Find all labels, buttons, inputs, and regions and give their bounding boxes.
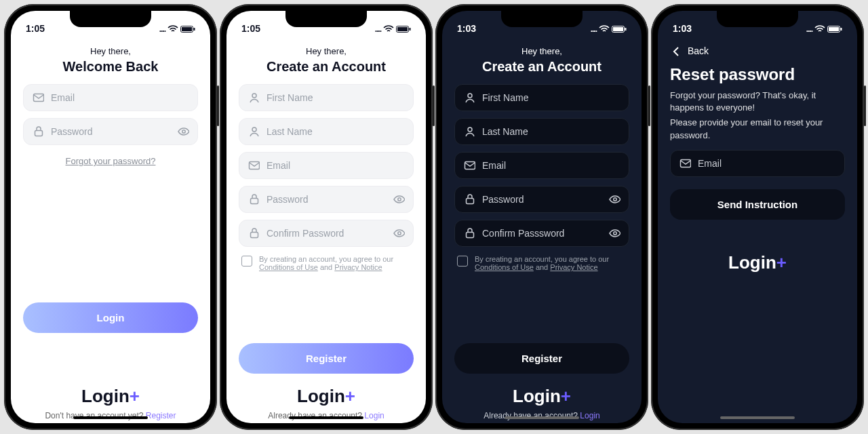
privacy-link[interactable]: Privacy Notice — [334, 263, 382, 271]
confirm-password-field[interactable]: Confirm Passsword — [454, 220, 629, 247]
terms-checkbox[interactable] — [457, 256, 468, 267]
logo: Login+ — [239, 386, 414, 407]
phone-register-dark: 1:03 .... Hey there, Create an Account F… — [435, 4, 648, 430]
eye-icon[interactable] — [177, 125, 189, 138]
email-placeholder: Email — [482, 160, 620, 171]
home-indicator — [505, 416, 579, 419]
privacy-link[interactable]: Privacy Notice — [550, 263, 597, 271]
register-button[interactable]: Register — [239, 343, 414, 374]
back-label: Back — [688, 45, 709, 56]
password-field[interactable]: Password — [239, 186, 414, 213]
email-field[interactable]: Email — [23, 84, 198, 111]
mail-icon — [248, 159, 260, 172]
user-icon — [463, 125, 475, 138]
email-placeholder: Email — [267, 160, 405, 171]
svg-rect-11 — [613, 27, 623, 31]
svg-rect-9 — [410, 28, 411, 31]
password-field[interactable]: Password — [23, 118, 198, 145]
conditions-link[interactable]: Conditions of Use — [259, 263, 318, 271]
status-icons: .... — [159, 24, 195, 34]
wifi-icon — [599, 25, 610, 33]
email-field[interactable]: Email — [239, 152, 414, 179]
notch — [285, 11, 367, 27]
register-link[interactable]: Register — [146, 411, 176, 420]
svg-rect-14 — [829, 27, 839, 31]
status-icons: .... — [591, 24, 627, 34]
greeting: Hey there, — [23, 46, 198, 56]
last-name-field[interactable]: Last Name — [239, 118, 414, 145]
lock-icon — [248, 193, 260, 205]
home-indicator — [289, 416, 363, 419]
forgot-password-link[interactable]: Forgot your password? — [23, 156, 198, 166]
svg-rect-15 — [841, 28, 842, 31]
confirm-password-placeholder: Confirm Password — [267, 228, 386, 239]
first-name-placeholder: First Name — [267, 92, 405, 103]
email-field[interactable]: Email — [454, 152, 629, 179]
lock-icon — [463, 227, 475, 239]
terms-row: By creating an account, you agree to our… — [241, 255, 411, 271]
email-placeholder: Email — [51, 92, 189, 103]
back-arrow-icon — [670, 45, 682, 57]
page-title: Reset password — [670, 65, 845, 84]
logo: Login+ — [454, 386, 629, 407]
user-icon — [248, 125, 260, 138]
last-name-field[interactable]: Last Name — [454, 118, 629, 145]
notch — [501, 11, 583, 27]
terms-checkbox[interactable] — [241, 256, 252, 267]
battery-icon — [180, 25, 195, 33]
eye-icon[interactable] — [393, 227, 405, 239]
login-link[interactable]: Login — [364, 411, 384, 420]
conditions-link[interactable]: Conditions of Use — [475, 263, 534, 271]
phone-register-light: 1:05 .... Hey there, Create an Account F… — [220, 4, 433, 430]
home-indicator — [73, 416, 148, 419]
svg-rect-6 — [194, 28, 195, 31]
lock-icon — [248, 227, 260, 239]
battery-icon — [612, 25, 627, 33]
phone-login-light: 1:05 .... Hey there, Welcome Back Email … — [4, 4, 217, 430]
home-indicator — [720, 416, 795, 419]
mail-icon — [32, 92, 44, 104]
terms-text: By creating an account, you agree to our… — [475, 255, 627, 271]
send-instruction-button[interactable]: Send Instruction — [670, 189, 845, 220]
login-link[interactable]: Login — [580, 411, 599, 420]
email-placeholder: Email — [698, 158, 836, 169]
instruction-1: Forgot your password? That's okay, it ha… — [670, 90, 845, 114]
eye-icon[interactable] — [393, 193, 405, 205]
confirm-password-placeholder: Confirm Passsword — [482, 228, 601, 239]
password-placeholder: Password — [267, 194, 386, 205]
status-time: 1:03 — [457, 23, 476, 34]
wifi-icon — [167, 25, 178, 33]
first-name-field[interactable]: First Name — [239, 84, 414, 111]
back-button[interactable]: Back — [670, 45, 845, 57]
svg-rect-8 — [397, 27, 408, 31]
instruction-2: Please provide your email to reset your … — [670, 117, 845, 141]
svg-rect-5 — [182, 27, 192, 31]
email-field[interactable]: Email — [670, 150, 845, 177]
wifi-icon — [383, 25, 394, 33]
battery-icon — [827, 25, 842, 33]
login-button[interactable]: Login — [23, 302, 198, 333]
logo: Login+ — [670, 252, 845, 273]
status-time: 1:05 — [26, 23, 45, 34]
lock-icon — [32, 125, 44, 138]
confirm-password-field[interactable]: Confirm Password — [239, 220, 414, 247]
register-button[interactable]: Register — [454, 343, 629, 374]
last-name-placeholder: Last Name — [267, 126, 405, 137]
terms-text: By creating an account, you agree to our… — [259, 255, 411, 271]
status-icons: .... — [806, 24, 842, 34]
logo: Login+ — [23, 386, 198, 407]
status-time: 1:03 — [673, 23, 692, 34]
status-icons: .... — [375, 24, 411, 34]
mail-icon — [679, 157, 691, 170]
notch — [70, 11, 151, 27]
password-placeholder: Password — [482, 194, 601, 205]
notch — [717, 11, 798, 27]
phone-reset-dark: 1:03 .... Back Reset password Forgot you… — [651, 4, 864, 430]
terms-row: By creating an account, you agree to our… — [457, 255, 627, 271]
eye-icon[interactable] — [608, 227, 620, 239]
eye-icon[interactable] — [608, 193, 620, 205]
password-field[interactable]: Password — [454, 186, 629, 213]
user-icon — [248, 92, 260, 104]
page-title: Welcome Back — [23, 59, 198, 75]
first-name-field[interactable]: First Name — [454, 84, 629, 111]
